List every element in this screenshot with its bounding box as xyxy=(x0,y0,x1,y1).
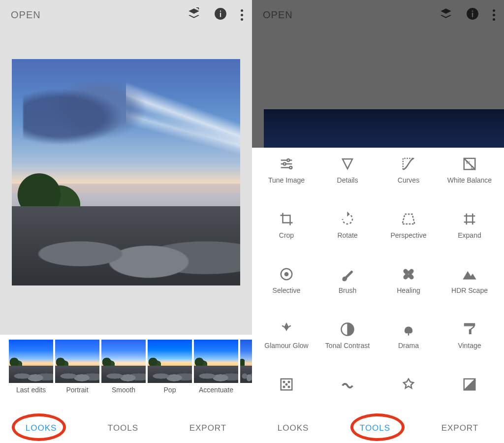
nav-looks[interactable]: LOOKS xyxy=(18,419,65,437)
bottom-nav: LOOKS TOOLS EXPORT xyxy=(252,413,504,443)
look-portrait[interactable]: Portrait xyxy=(55,340,99,394)
svg-point-21 xyxy=(283,381,285,383)
image-sliver xyxy=(264,109,504,148)
tool-label: Perspective xyxy=(390,231,426,248)
image-canvas[interactable] xyxy=(12,59,240,285)
tools-panel: Tune Image Details Curves WBWhite Balanc… xyxy=(252,148,504,413)
tool-label: Glamour Glow xyxy=(264,342,308,358)
look-pop[interactable]: Pop xyxy=(148,340,192,394)
tool-drama[interactable]: Drama xyxy=(378,322,439,358)
svg-rect-12 xyxy=(467,216,473,222)
tool-label: Tonal Contrast xyxy=(325,342,370,358)
nav-export[interactable]: EXPORT xyxy=(182,419,235,437)
svg-text:B: B xyxy=(471,165,474,170)
tool-grainy-film[interactable] xyxy=(256,377,317,413)
svg-point-17 xyxy=(408,274,410,275)
look-label: Pop xyxy=(164,386,176,394)
look-label: Last edits xyxy=(16,386,46,394)
look-label: Portrait xyxy=(66,386,88,394)
tool-hdr-scape[interactable]: HDR Scape xyxy=(439,267,500,303)
topbar: OPEN xyxy=(0,0,252,30)
tool-vintage[interactable]: Vintage xyxy=(439,322,500,358)
more-icon[interactable] xyxy=(493,9,495,21)
svg-rect-4 xyxy=(472,13,473,17)
tool-label: Healing xyxy=(397,286,420,303)
open-button[interactable]: OPEN xyxy=(263,9,293,21)
svg-point-8 xyxy=(289,166,292,169)
tool-label: Curves xyxy=(398,176,419,193)
tool-grunge[interactable] xyxy=(378,377,439,413)
tool-label: White Balance xyxy=(447,176,492,193)
svg-rect-5 xyxy=(472,11,473,12)
svg-text:W: W xyxy=(466,160,471,165)
stacks-icon[interactable] xyxy=(440,7,452,22)
svg-point-23 xyxy=(285,383,287,385)
tool-retrolux[interactable] xyxy=(317,377,378,413)
tool-rotate[interactable]: Rotate xyxy=(317,212,378,248)
svg-point-14 xyxy=(284,272,288,276)
tool-label: Crop xyxy=(279,231,294,248)
topbar: OPEN xyxy=(252,0,504,30)
tool-label: Vintage xyxy=(458,342,481,358)
svg-point-6 xyxy=(287,159,289,161)
tool-crop[interactable]: Crop xyxy=(256,212,317,248)
stacks-icon[interactable] xyxy=(188,7,200,22)
tool-perspective[interactable]: Perspective xyxy=(378,212,439,248)
tool-tune-image[interactable]: Tune Image xyxy=(256,157,317,193)
svg-rect-2 xyxy=(220,11,221,12)
tool-white-balance[interactable]: WBWhite Balance xyxy=(439,157,500,193)
tool-label: Selective xyxy=(273,286,301,303)
looks-screen: OPEN Last edits Portrait Smooth Pop Acce… xyxy=(0,0,252,443)
nav-looks[interactable]: LOOKS xyxy=(270,419,317,437)
looks-strip: Last edits Portrait Smooth Pop Accentuat… xyxy=(0,335,252,413)
open-button[interactable]: OPEN xyxy=(11,9,41,21)
tool-label: Details xyxy=(337,176,358,193)
tools-screen: OPEN Tune Image Details Curves WBWhite B… xyxy=(252,0,504,443)
tool-label: Rotate xyxy=(337,231,357,248)
look-label: Smooth xyxy=(112,386,135,394)
svg-point-3 xyxy=(467,8,478,20)
tool-glamour-glow[interactable]: Glamour Glow xyxy=(256,322,317,358)
editor-upper: OPEN xyxy=(0,0,252,335)
tool-healing[interactable]: Healing xyxy=(378,267,439,303)
look-label: Accentuate xyxy=(199,386,233,394)
tool-tonal-contrast[interactable]: Tonal Contrast xyxy=(317,322,378,358)
svg-point-24 xyxy=(283,386,285,388)
tool-brush[interactable]: Brush xyxy=(317,267,378,303)
look-last-edits[interactable]: Last edits xyxy=(9,340,53,394)
nav-tools[interactable]: TOOLS xyxy=(100,419,146,437)
look-accentuate[interactable]: Accentuate xyxy=(194,340,238,394)
svg-point-7 xyxy=(284,163,286,165)
tool-label: Drama xyxy=(398,342,419,358)
tool-label: Expand xyxy=(458,231,481,248)
look-partial[interactable]: Fac xyxy=(240,340,252,394)
bottom-nav: LOOKS TOOLS EXPORT xyxy=(0,413,252,443)
svg-point-22 xyxy=(288,381,290,383)
look-smooth[interactable]: Smooth xyxy=(101,340,146,394)
svg-point-25 xyxy=(288,386,290,388)
tool-details[interactable]: Details xyxy=(317,157,378,193)
info-icon[interactable] xyxy=(466,7,479,22)
info-icon[interactable] xyxy=(214,7,227,22)
tool-expand[interactable]: Expand xyxy=(439,212,500,248)
svg-rect-1 xyxy=(220,13,221,17)
tool-black-white[interactable] xyxy=(439,377,500,413)
nav-export[interactable]: EXPORT xyxy=(434,419,487,437)
tool-selective[interactable]: Selective xyxy=(256,267,317,303)
more-icon[interactable] xyxy=(241,9,243,21)
tool-curves[interactable]: Curves xyxy=(378,157,439,193)
dimmed-editor: OPEN xyxy=(252,0,504,148)
tool-label: HDR Scape xyxy=(451,286,488,303)
nav-tools[interactable]: TOOLS xyxy=(352,419,398,437)
tool-label: Tune Image xyxy=(268,176,305,193)
tool-label: Brush xyxy=(339,286,357,303)
